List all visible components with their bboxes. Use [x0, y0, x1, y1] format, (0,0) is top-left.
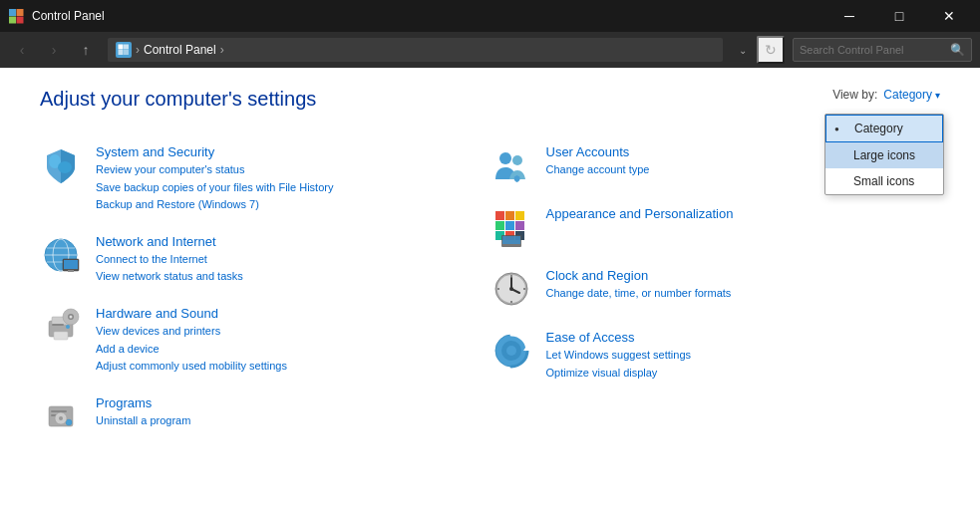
- programs-text: Programs Uninstall a program: [96, 395, 190, 430]
- svg-rect-20: [54, 332, 68, 340]
- ease-access-link-1[interactable]: Optimize visual display: [546, 365, 692, 383]
- programs-item: Programs Uninstall a program: [40, 386, 490, 447]
- user-accounts-icon: [490, 144, 532, 186]
- view-by-dropdown[interactable]: Category ▾: [883, 88, 940, 102]
- hardware-sound-text: Hardware and Sound View devices and prin…: [96, 306, 287, 376]
- ease-access-item: Ease of Access Let Windows suggest setti…: [490, 320, 941, 391]
- forward-button[interactable]: ›: [40, 36, 68, 64]
- network-internet-item: Network and Internet Connect to the Inte…: [40, 224, 490, 296]
- system-security-link-2[interactable]: Backup and Restore (Windows 7): [96, 196, 333, 214]
- user-accounts-text: User Accounts Change account type: [546, 144, 650, 179]
- app-icon: [8, 8, 24, 24]
- search-input[interactable]: [800, 44, 946, 56]
- left-column: System and Security Review your computer…: [40, 134, 490, 447]
- nav-bar: ‹ › ↑ › Control Panel › ⌄ ↻ 🔍: [0, 32, 980, 68]
- user-accounts-link-0[interactable]: Change account type: [546, 161, 650, 179]
- network-internet-title[interactable]: Network and Internet: [96, 234, 243, 249]
- svg-rect-0: [9, 9, 16, 16]
- system-security-icon: [40, 144, 82, 186]
- svg-rect-6: [119, 50, 124, 55]
- user-accounts-title[interactable]: User Accounts: [546, 144, 650, 159]
- view-by-label: View by:: [832, 88, 877, 102]
- clock-region-title[interactable]: Clock and Region: [546, 268, 732, 283]
- svg-rect-34: [495, 211, 504, 220]
- title-bar: Control Panel ─ □ ✕: [0, 0, 980, 32]
- search-bar[interactable]: 🔍: [793, 38, 972, 62]
- breadcrumb-bar: › Control Panel ›: [108, 38, 723, 62]
- network-internet-text: Network and Internet Connect to the Inte…: [96, 234, 243, 286]
- breadcrumb-dropdown-button[interactable]: ⌄: [733, 38, 753, 62]
- svg-rect-1: [17, 9, 24, 16]
- programs-link-0[interactable]: Uninstall a program: [96, 412, 190, 430]
- programs-title[interactable]: Programs: [96, 395, 190, 410]
- view-by-bar: View by: Category ▾: [832, 88, 940, 102]
- svg-point-33: [512, 155, 522, 165]
- system-security-title[interactable]: System and Security: [96, 144, 333, 159]
- svg-point-31: [59, 416, 63, 420]
- page-title: Adjust your computer's settings: [40, 88, 940, 111]
- dropdown-item-category[interactable]: Category: [825, 115, 943, 142]
- refresh-button[interactable]: ↻: [757, 36, 785, 64]
- svg-rect-22: [52, 324, 64, 326]
- items-grid: System and Security Review your computer…: [40, 134, 940, 447]
- system-security-link-0[interactable]: Review your computer's status: [96, 161, 333, 179]
- network-internet-link-0[interactable]: Connect to the Internet: [96, 251, 243, 269]
- breadcrumb-end-sep: ›: [220, 43, 224, 57]
- hardware-sound-link-0[interactable]: View devices and printers: [96, 323, 287, 341]
- window-controls: ─ □ ✕: [826, 0, 972, 32]
- svg-rect-37: [495, 221, 504, 230]
- window-title: Control Panel: [32, 9, 105, 23]
- back-button[interactable]: ‹: [8, 36, 36, 64]
- clock-region-icon: [490, 268, 532, 310]
- maximize-button[interactable]: □: [876, 0, 922, 32]
- main-content: Adjust your computer's settings View by:…: [0, 68, 980, 516]
- svg-point-25: [70, 315, 73, 318]
- hardware-sound-item: Hardware and Sound View devices and prin…: [40, 296, 490, 386]
- svg-rect-38: [505, 221, 514, 230]
- hardware-sound-title[interactable]: Hardware and Sound: [96, 306, 287, 321]
- dropdown-item-large-icons[interactable]: Large icons: [825, 142, 943, 168]
- svg-rect-36: [515, 211, 524, 220]
- svg-rect-17: [68, 270, 74, 272]
- view-by-dropdown-menu: Category Large icons Small icons: [824, 114, 944, 195]
- system-security-link-1[interactable]: Save backup copies of your files with Fi…: [96, 179, 333, 197]
- search-icon[interactable]: 🔍: [950, 43, 965, 57]
- svg-rect-16: [64, 260, 78, 269]
- appearance-icon: [490, 206, 532, 248]
- appearance-text: Appearance and Personalization: [546, 206, 734, 223]
- hardware-sound-icon: [40, 306, 82, 348]
- svg-rect-7: [124, 50, 129, 55]
- breadcrumb-icon: [116, 42, 132, 58]
- title-bar-left: Control Panel: [8, 8, 105, 24]
- hardware-sound-link-2[interactable]: Adjust commonly used mobility settings: [96, 358, 287, 376]
- dropdown-item-small-icons[interactable]: Small icons: [825, 168, 943, 194]
- network-internet-link-1[interactable]: View network status and tasks: [96, 268, 243, 286]
- appearance-title[interactable]: Appearance and Personalization: [546, 206, 734, 221]
- breadcrumb-separator: ›: [136, 43, 140, 57]
- ease-access-icon: [490, 330, 532, 372]
- system-security-item: System and Security Review your computer…: [40, 134, 490, 224]
- svg-point-32: [499, 152, 511, 164]
- clock-region-text: Clock and Region Change date, time, or n…: [546, 268, 732, 303]
- view-by-selected: Category: [883, 88, 932, 102]
- minimize-button[interactable]: ─: [826, 0, 872, 32]
- ease-access-link-0[interactable]: Let Windows suggest settings: [546, 347, 692, 365]
- svg-point-21: [66, 325, 70, 329]
- clock-region-link-0[interactable]: Change date, time, or number formats: [546, 285, 732, 303]
- hardware-sound-link-1[interactable]: Add a device: [96, 341, 287, 359]
- svg-rect-5: [124, 45, 129, 50]
- svg-point-56: [506, 346, 516, 356]
- system-security-text: System and Security Review your computer…: [96, 144, 333, 214]
- svg-rect-44: [502, 236, 520, 244]
- svg-point-49: [509, 287, 513, 291]
- ease-access-title[interactable]: Ease of Access: [546, 330, 692, 345]
- appearance-item: Appearance and Personalization: [490, 196, 941, 258]
- clock-region-item: Clock and Region Change date, time, or n…: [490, 258, 941, 320]
- up-button[interactable]: ↑: [72, 36, 100, 64]
- close-button[interactable]: ✕: [926, 0, 972, 32]
- breadcrumb-label: Control Panel: [144, 43, 216, 57]
- network-internet-icon: [40, 234, 82, 276]
- ease-access-text: Ease of Access Let Windows suggest setti…: [546, 330, 692, 382]
- programs-icon: [40, 395, 82, 437]
- view-by-arrow: ▾: [935, 90, 940, 101]
